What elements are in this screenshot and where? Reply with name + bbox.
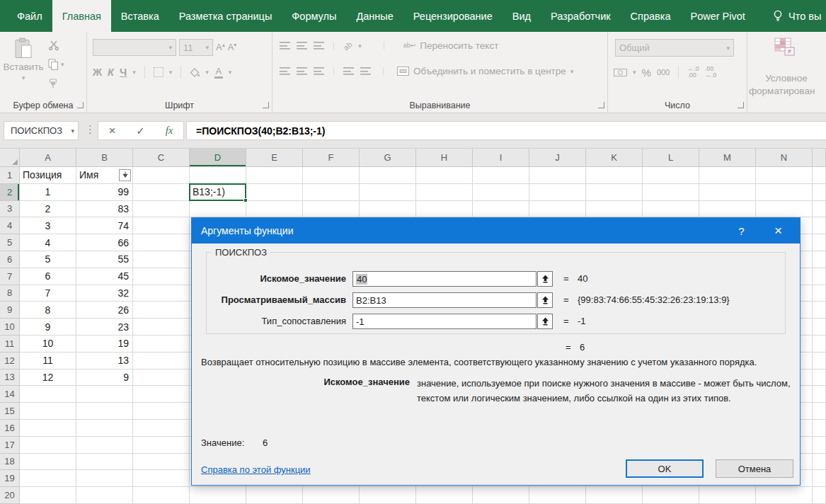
row-header-19[interactable]: 19: [0, 470, 20, 487]
cell-O18[interactable]: [813, 454, 826, 471]
row-header-3[interactable]: 3: [0, 201, 20, 218]
cell-O14[interactable]: [813, 386, 826, 403]
cell-B3[interactable]: 83: [76, 201, 133, 218]
insert-function-button[interactable]: fx: [166, 125, 173, 137]
cell-H3[interactable]: [416, 201, 473, 218]
arg3-input[interactable]: -1: [352, 314, 537, 329]
cell-A15[interactable]: [20, 403, 76, 420]
row-header-17[interactable]: 17: [0, 437, 20, 454]
row-header-4[interactable]: 4: [0, 217, 20, 234]
ribbon-tab-5[interactable]: Данные: [346, 0, 403, 32]
cell-O19[interactable]: [813, 470, 826, 487]
dialog-close-button[interactable]: ×: [762, 218, 794, 244]
dialog-title-bar[interactable]: Аргументы функции: [192, 218, 800, 244]
cell-F1[interactable]: [303, 167, 360, 184]
cell-C19[interactable]: [133, 470, 190, 487]
row-header-13[interactable]: 13: [0, 370, 20, 386]
cell-I3[interactable]: [473, 201, 529, 218]
ribbon-tab-1[interactable]: Главная: [52, 0, 111, 32]
cell-L2[interactable]: [643, 184, 699, 201]
cell-D2-editing[interactable]: B13;-1): [190, 184, 246, 201]
cell-D1[interactable]: [190, 167, 246, 184]
cell-A2[interactable]: 1: [20, 184, 76, 201]
ribbon-tab-4[interactable]: Формулы: [282, 0, 346, 32]
cell-I20[interactable]: [473, 487, 529, 504]
cell-O1[interactable]: [813, 167, 826, 184]
cell-O7[interactable]: [813, 268, 826, 285]
cell-C15[interactable]: [133, 403, 190, 420]
cell-O20[interactable]: [813, 487, 826, 504]
cell-I1[interactable]: [473, 167, 529, 184]
column-header-H[interactable]: H: [416, 149, 473, 167]
filter-dropdown-button[interactable]: [119, 169, 131, 181]
cancel-button[interactable]: Отмена: [716, 459, 793, 478]
cell-A18[interactable]: [20, 454, 76, 471]
cell-N20[interactable]: [756, 487, 813, 504]
column-header-J[interactable]: J: [529, 149, 586, 167]
function-help-link[interactable]: Справка по этой функции: [201, 464, 311, 475]
row-header-5[interactable]: 5: [0, 234, 20, 251]
cell-C4[interactable]: [133, 217, 190, 234]
cell-A20[interactable]: [20, 487, 76, 504]
cell-A14[interactable]: [20, 386, 76, 403]
cell-E3[interactable]: [246, 201, 303, 218]
cell-O15[interactable]: [813, 403, 826, 420]
column-header-N[interactable]: N: [756, 149, 813, 167]
row-header-18[interactable]: 18: [0, 454, 20, 471]
cell-D20[interactable]: [190, 487, 246, 504]
column-header-E[interactable]: E: [246, 149, 303, 167]
cell-B6[interactable]: 55: [76, 251, 133, 268]
cell-B15[interactable]: [76, 403, 133, 420]
cell-O13[interactable]: [813, 370, 826, 386]
cell-L1[interactable]: [643, 167, 699, 184]
cell-B17[interactable]: [76, 437, 133, 454]
ribbon-tab-2[interactable]: Вставка: [111, 0, 169, 32]
row-header-8[interactable]: 8: [0, 285, 20, 302]
cell-J3[interactable]: [529, 201, 586, 218]
cancel-entry-button[interactable]: ×: [108, 124, 115, 138]
arg1-collapse-button[interactable]: [537, 271, 553, 287]
cell-L3[interactable]: [643, 201, 699, 218]
ribbon-tab-0[interactable]: Файл: [7, 0, 52, 32]
column-header-K[interactable]: K: [586, 149, 643, 167]
cell-A5[interactable]: 4: [20, 234, 76, 251]
column-header-M[interactable]: M: [699, 149, 756, 167]
cell-A13[interactable]: 12: [20, 370, 76, 386]
cell-C9[interactable]: [133, 302, 190, 319]
cell-O11[interactable]: [813, 336, 826, 353]
cell-K3[interactable]: [586, 201, 643, 218]
cell-C18[interactable]: [133, 454, 190, 471]
cell-A16[interactable]: [20, 420, 76, 437]
formula-bar-handle[interactable]: ⋮: [85, 123, 95, 136]
cell-O17[interactable]: [813, 437, 826, 454]
ok-button[interactable]: OK: [626, 459, 704, 478]
cell-B14[interactable]: [76, 386, 133, 403]
dialog-help-button[interactable]: ?: [725, 218, 757, 244]
row-header-15[interactable]: 15: [0, 403, 20, 420]
tell-me-search[interactable]: Что вы: [772, 0, 826, 32]
cell-C16[interactable]: [133, 420, 190, 437]
cell-O12[interactable]: [813, 353, 826, 370]
cell-K1[interactable]: [586, 167, 643, 184]
cell-G2[interactable]: [360, 184, 416, 201]
cell-B10[interactable]: 23: [76, 319, 133, 336]
row-header-2[interactable]: 2: [0, 184, 20, 201]
cell-O8[interactable]: [813, 285, 826, 302]
row-header-6[interactable]: 6: [0, 251, 20, 268]
cell-H2[interactable]: [416, 184, 473, 201]
ribbon-tab-6[interactable]: Рецензирование: [403, 0, 503, 32]
cell-F3[interactable]: [303, 201, 360, 218]
cell-C6[interactable]: [133, 251, 190, 268]
column-header-B[interactable]: B: [76, 149, 133, 167]
cell-G1[interactable]: [360, 167, 416, 184]
cell-B20[interactable]: [76, 487, 133, 504]
confirm-entry-button[interactable]: ✓: [136, 125, 145, 137]
number-dialog-launcher[interactable]: [738, 102, 744, 108]
row-header-10[interactable]: 10: [0, 319, 20, 336]
row-header-12[interactable]: 12: [0, 353, 20, 370]
cell-C8[interactable]: [133, 285, 190, 302]
cell-N3[interactable]: [756, 201, 813, 218]
cell-O3[interactable]: [813, 201, 826, 218]
cell-B8[interactable]: 32: [76, 285, 133, 302]
ribbon-tab-10[interactable]: Power Pivot: [680, 0, 755, 32]
